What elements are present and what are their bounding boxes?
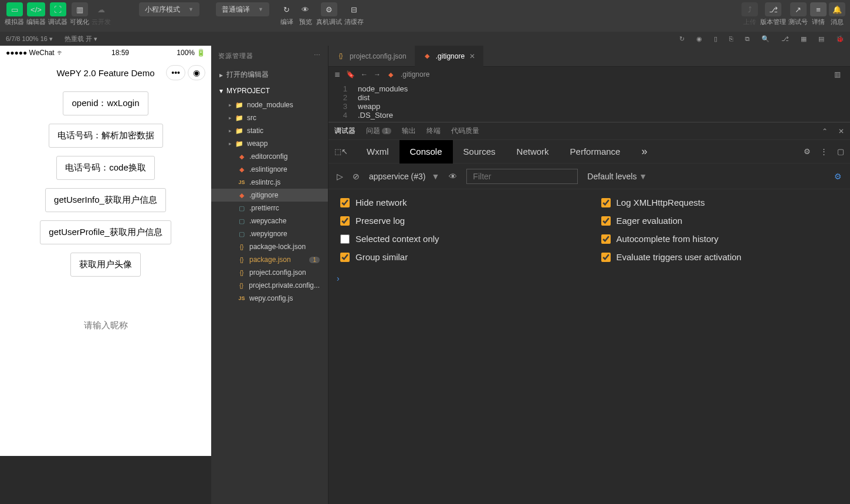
checkbox[interactable]: [601, 198, 611, 207]
file-item[interactable]: package.json1: [211, 253, 328, 266]
inspect-icon[interactable]: ⬚↖: [334, 147, 348, 156]
outline-icon[interactable]: ≣: [334, 70, 340, 79]
device-icon[interactable]: ▯: [714, 35, 717, 43]
grid-icon[interactable]: ▦: [801, 35, 807, 43]
setting-preserve[interactable]: Preserve log: [340, 216, 578, 226]
devtools-tab-sources[interactable]: Sources: [453, 140, 506, 164]
file-item[interactable]: ▸node_modules: [211, 98, 328, 111]
checkbox[interactable]: [601, 234, 611, 244]
devtools-tab-wxml[interactable]: Wxml: [356, 140, 399, 164]
checkbox[interactable]: [601, 253, 611, 262]
message-button[interactable]: 🔔: [829, 2, 845, 16]
file-item[interactable]: .wepyignore: [211, 227, 328, 240]
console-prompt[interactable]: ›: [329, 270, 850, 287]
bookmark-icon[interactable]: 🔖: [346, 70, 355, 79]
file-item[interactable]: .gitignore: [211, 189, 328, 202]
nav-back-icon[interactable]: ←: [361, 70, 368, 79]
refresh-icon[interactable]: ↻: [679, 35, 685, 43]
checkbox[interactable]: [340, 198, 350, 207]
userinfo-button[interactable]: getUserInfo_获取用户信息: [45, 188, 166, 212]
hot-reload-toggle[interactable]: 热重载 开 ▾: [65, 35, 97, 43]
play-icon[interactable]: ▷: [337, 172, 343, 181]
device-info[interactable]: 6/7/8 100% 16 ▾: [6, 35, 53, 43]
file-item[interactable]: ▸static: [211, 124, 328, 137]
split-icon[interactable]: ▥: [834, 70, 841, 79]
file-item[interactable]: .editorconfig: [211, 150, 328, 163]
screenshot-icon[interactable]: ⎘: [729, 35, 733, 42]
editor-toggle[interactable]: </>: [27, 2, 45, 16]
levels-select[interactable]: Default levels ▼: [587, 172, 647, 181]
phone-decrypt-button[interactable]: 电话号码：解析加密数据: [49, 124, 163, 148]
file-item[interactable]: package-lock.json: [211, 240, 328, 253]
compile-button[interactable]: ↻: [279, 2, 295, 16]
nickname-input[interactable]: [6, 285, 205, 330]
project-section[interactable]: ▾MYPROJECT: [211, 83, 328, 98]
checkbox[interactable]: [340, 216, 350, 226]
debugger-toggle[interactable]: ⛶: [50, 2, 66, 16]
quality-tab[interactable]: 代码质量: [451, 126, 479, 136]
file-item[interactable]: ▸weapp: [211, 137, 328, 150]
file-item[interactable]: project.private.config...: [211, 279, 328, 292]
close-icon[interactable]: ✕: [469, 52, 475, 60]
collapse-icon[interactable]: ⌃: [822, 127, 828, 135]
editor-tab[interactable]: .gitignore✕: [415, 46, 483, 67]
mode-select[interactable]: 小程序模式: [139, 2, 199, 16]
dock-icon[interactable]: ▢: [837, 147, 844, 156]
terminal-tab[interactable]: 终端: [426, 126, 441, 136]
open-editors-section[interactable]: ▸打开的编辑器: [211, 66, 328, 83]
avatar-button[interactable]: 获取用户头像: [70, 253, 141, 277]
preview-button[interactable]: 👁: [297, 2, 314, 16]
devtools-tab-network[interactable]: Network: [506, 140, 560, 164]
file-item[interactable]: .wepycache: [211, 214, 328, 227]
code-editor[interactable]: 1node_modules2dist3weapp4.DS_Store: [329, 82, 850, 122]
kebab-icon[interactable]: ⋮: [820, 147, 828, 156]
more-tabs-icon[interactable]: »: [631, 140, 658, 164]
output-tab[interactable]: 输出: [402, 126, 416, 136]
close-panel-icon[interactable]: ✕: [838, 127, 844, 135]
close-capsule[interactable]: ◉: [188, 65, 205, 80]
context-select[interactable]: appservice (#3)▼: [369, 172, 439, 181]
setting-group[interactable]: Group similar: [340, 252, 578, 262]
settings-gear-icon[interactable]: ⚙: [834, 172, 842, 181]
debugger-tab[interactable]: 调试器: [334, 126, 355, 136]
clear-icon[interactable]: ⊘: [353, 172, 360, 181]
setting-evaltrig[interactable]: Evaluate triggers user activation: [601, 252, 839, 262]
file-item[interactable]: project.config.json: [211, 266, 328, 279]
file-item[interactable]: .prettierrc: [211, 202, 328, 214]
openid-button[interactable]: openid：wxLogin: [63, 91, 148, 115]
console-filter[interactable]: [466, 169, 578, 184]
setting-autoc[interactable]: Autocomplete from history: [601, 234, 839, 244]
setting-selctx[interactable]: Selected context only: [340, 234, 578, 244]
upload-button[interactable]: ⤴: [741, 2, 758, 16]
breadcrumb[interactable]: .gitignore: [401, 70, 429, 79]
setting-eager[interactable]: Eager evaluation: [601, 216, 839, 226]
clear-cache-button[interactable]: ⊟: [346, 2, 362, 16]
copy-icon[interactable]: ⧉: [745, 35, 750, 43]
version-button[interactable]: ⎇: [765, 2, 781, 16]
devtools-tab-performance[interactable]: Performance: [560, 140, 631, 164]
search-icon[interactable]: 🔍: [761, 35, 770, 43]
checkbox[interactable]: [340, 234, 350, 244]
file-item[interactable]: ▸src: [211, 111, 328, 124]
devtools-tab-console[interactable]: Console: [399, 140, 453, 164]
layers-icon[interactable]: ▤: [818, 35, 824, 43]
menu-capsule[interactable]: •••: [166, 65, 185, 80]
setting-hide[interactable]: Hide network: [340, 197, 578, 207]
editor-tab[interactable]: project.config.json: [329, 46, 415, 67]
detail-button[interactable]: ≡: [810, 2, 827, 16]
checkbox[interactable]: [340, 253, 350, 262]
userprofile-button[interactable]: getUserProfile_获取用户信息: [40, 220, 171, 244]
visualize-toggle[interactable]: ▥: [72, 2, 88, 16]
phone-code-button[interactable]: 电话号码：code换取: [56, 156, 155, 180]
compile-mode-select[interactable]: 普通编译: [216, 2, 269, 16]
nav-fwd-icon[interactable]: →: [374, 70, 381, 79]
record-icon[interactable]: ◉: [696, 35, 702, 43]
file-item[interactable]: .eslintignore: [211, 163, 328, 176]
file-item[interactable]: wepy.config.js: [211, 292, 328, 305]
test-button[interactable]: ↗: [790, 2, 807, 16]
branch-icon[interactable]: ⎇: [781, 35, 789, 43]
gear-icon[interactable]: ⚙: [804, 147, 811, 156]
checkbox[interactable]: [601, 216, 611, 226]
file-item[interactable]: .eslintrc.js: [211, 176, 328, 189]
bug-icon[interactable]: 🐞: [836, 35, 844, 43]
